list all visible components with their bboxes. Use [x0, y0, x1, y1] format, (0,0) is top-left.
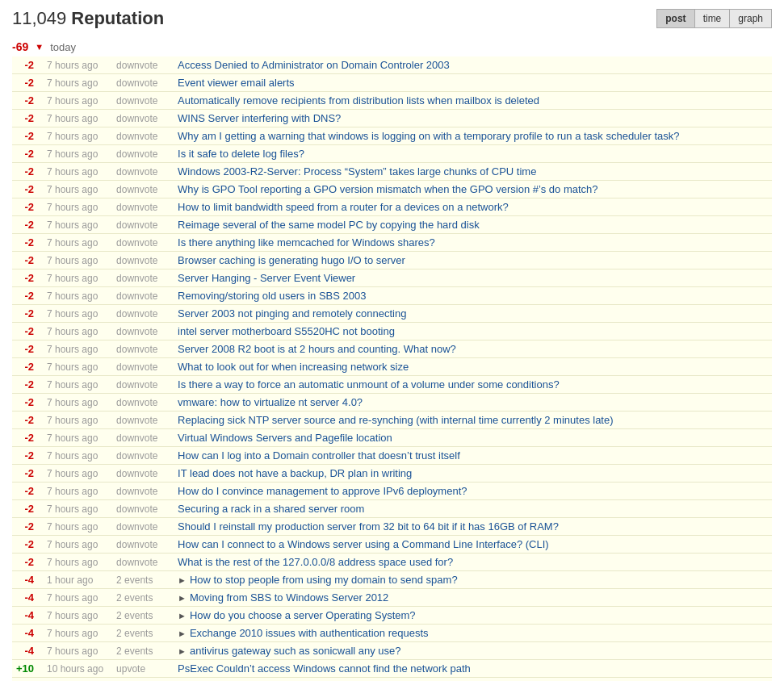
- link-cell[interactable]: ►Moving from SBS to Windows Server 2012: [174, 589, 772, 607]
- link-cell[interactable]: ►How do you choose a server Operating Sy…: [174, 607, 772, 625]
- time-cell: 7 hours ago: [40, 607, 110, 625]
- tab-post[interactable]: post: [656, 9, 694, 28]
- score-cell: -2: [12, 483, 40, 500]
- type-cell: downvote: [110, 340, 174, 358]
- type-cell: downvote: [110, 252, 174, 269]
- link-cell[interactable]: Event viewer email alerts: [174, 74, 772, 92]
- link-cell[interactable]: WINS Server interfering with DNS?: [174, 110, 772, 127]
- time-cell: 7 hours ago: [40, 483, 110, 500]
- time-cell: 7 hours ago: [40, 252, 110, 269]
- time-cell: 7 hours ago: [40, 163, 110, 181]
- link-cell[interactable]: Browser caching is generating hugo I/O t…: [174, 252, 772, 269]
- score-cell: -2: [12, 429, 40, 447]
- type-cell: downvote: [110, 56, 174, 74]
- link-cell[interactable]: Reimage several of the same model PC by …: [174, 216, 772, 234]
- type-cell: 2 events: [110, 571, 174, 589]
- link-cell[interactable]: How can I log into a Domain controller t…: [174, 447, 772, 465]
- link-cell[interactable]: Server 2008 R2 boot is at 2 hours and co…: [174, 340, 772, 358]
- link-cell[interactable]: How to limit bandwidth speed from a rout…: [174, 198, 772, 216]
- table-row: -2 7 hours ago downvote Why am I getting…: [12, 127, 772, 145]
- time-cell: 7 hours ago: [40, 181, 110, 198]
- score-cell: -2: [12, 358, 40, 376]
- link-cell[interactable]: ►antivirus gateway such as sonicwall any…: [174, 642, 772, 660]
- link-cell[interactable]: Should I reinstall my production server …: [174, 518, 772, 536]
- link-cell[interactable]: PsExec Couldn’t access Windows cannot fi…: [174, 660, 772, 678]
- table-row: -2 7 hours ago downvote Why is GPO Tool …: [12, 181, 772, 198]
- type-cell: downvote: [110, 412, 174, 429]
- link-cell[interactable]: Why is GPO Tool reporting a GPO version …: [174, 181, 772, 198]
- link-cell[interactable]: IT lead does not have a backup, DR plan …: [174, 465, 772, 483]
- type-cell: downvote: [110, 110, 174, 127]
- table-row: -2 7 hours ago downvote Event viewer ema…: [12, 74, 772, 92]
- table-row: -2 7 hours ago downvote vmware: how to v…: [12, 394, 772, 412]
- score-cell: -2: [12, 323, 40, 340]
- link-cell[interactable]: Is there anything like memcached for Win…: [174, 234, 772, 252]
- title-area: 11,049 Reputation: [12, 8, 164, 29]
- score-cell: -2: [12, 500, 40, 518]
- link-cell[interactable]: Securing a rack in a shared server room: [174, 500, 772, 518]
- day-header: -69 ▼ today: [12, 37, 772, 56]
- score-cell: -4: [12, 571, 40, 589]
- link-cell[interactable]: What to look out for when increasing net…: [174, 358, 772, 376]
- link-cell[interactable]: How can I connect to a Windows server us…: [174, 536, 772, 554]
- score-cell: -2: [12, 252, 40, 269]
- time-cell: 7 hours ago: [40, 376, 110, 394]
- time-cell: 7 hours ago: [40, 198, 110, 216]
- link-cell[interactable]: Server 2003 not pinging and remotely con…: [174, 305, 772, 323]
- time-cell: 7 hours ago: [40, 642, 110, 660]
- header-row: 11,049 Reputation post time graph: [12, 8, 772, 29]
- time-cell: 7 hours ago: [40, 216, 110, 234]
- score-cell: -2: [12, 305, 40, 323]
- link-cell[interactable]: Virtual Windows Servers and Pagefile loc…: [174, 429, 772, 447]
- table-row: -4 1 hour ago 2 events ►How to stop peop…: [12, 571, 772, 589]
- time-cell: 7 hours ago: [40, 429, 110, 447]
- link-cell[interactable]: ►Exchange 2010 issues with authenticatio…: [174, 625, 772, 642]
- table-row: -2 7 hours ago downvote Is there a way t…: [12, 376, 772, 394]
- link-cell[interactable]: Access Denied to Administrator on Domain…: [174, 56, 772, 74]
- link-cell[interactable]: vmware: how to virtualize nt server 4.0?: [174, 394, 772, 412]
- time-cell: 7 hours ago: [40, 536, 110, 554]
- type-cell: downvote: [110, 163, 174, 181]
- page-container: 11,049 Reputation post time graph -69 ▼ …: [0, 0, 784, 681]
- type-cell: downvote: [110, 127, 174, 145]
- tab-buttons: post time graph: [656, 9, 772, 28]
- link-cell[interactable]: intel server motherboard S5520HC not boo…: [174, 323, 772, 340]
- score-cell: -2: [12, 447, 40, 465]
- link-cell[interactable]: Automatically remove recipients from dis…: [174, 92, 772, 110]
- score-cell: -4: [12, 607, 40, 625]
- table-row: -2 7 hours ago downvote intel server mot…: [12, 323, 772, 340]
- time-cell: 7 hours ago: [40, 305, 110, 323]
- link-cell[interactable]: Removing/storing old users in SBS 2003: [174, 287, 772, 305]
- link-cell[interactable]: Why am I getting a warning that windows …: [174, 127, 772, 145]
- link-cell[interactable]: How do I convince management to approve …: [174, 483, 772, 500]
- link-cell[interactable]: PsExec Couldn’t access Windows cannot fi…: [174, 678, 772, 682]
- time-cell: 7 hours ago: [40, 287, 110, 305]
- score-cell: -2: [12, 269, 40, 287]
- type-cell: downvote: [110, 305, 174, 323]
- link-cell[interactable]: Is there a way to force an automatic unm…: [174, 376, 772, 394]
- score-cell: -2: [12, 198, 40, 216]
- reputation-table: -2 7 hours ago downvote Access Denied to…: [12, 56, 772, 681]
- type-cell: downvote: [110, 234, 174, 252]
- time-cell: 7 hours ago: [40, 269, 110, 287]
- table-row: -2 7 hours ago downvote How can I log in…: [12, 447, 772, 465]
- table-row: -4 7 hours ago 2 events ►antivirus gatew…: [12, 642, 772, 660]
- type-cell: 2 events: [110, 642, 174, 660]
- link-cell[interactable]: What is the rest of the 127.0.0.0/8 addr…: [174, 554, 772, 571]
- table-row: -2 7 hours ago downvote Should I reinsta…: [12, 518, 772, 536]
- score-cell: +10: [12, 660, 40, 678]
- link-cell[interactable]: Server Hanging - Server Event Viewer: [174, 269, 772, 287]
- score-cell: -2: [12, 163, 40, 181]
- score-cell: -2: [12, 234, 40, 252]
- time-cell: 7 hours ago: [40, 234, 110, 252]
- link-cell[interactable]: ►How to stop people from using my domain…: [174, 571, 772, 589]
- score-cell: -2: [12, 110, 40, 127]
- score-cell: -2: [12, 536, 40, 554]
- type-cell: downvote: [110, 465, 174, 483]
- tab-graph[interactable]: graph: [729, 9, 772, 28]
- link-cell[interactable]: Is it safe to delete log files?: [174, 145, 772, 163]
- link-cell[interactable]: Windows 2003-R2-Server: Process “System”…: [174, 163, 772, 181]
- link-cell[interactable]: Replacing sick NTP server source and re-…: [174, 412, 772, 429]
- table-row: -2 7 hours ago downvote Browser caching …: [12, 252, 772, 269]
- tab-time[interactable]: time: [694, 9, 730, 28]
